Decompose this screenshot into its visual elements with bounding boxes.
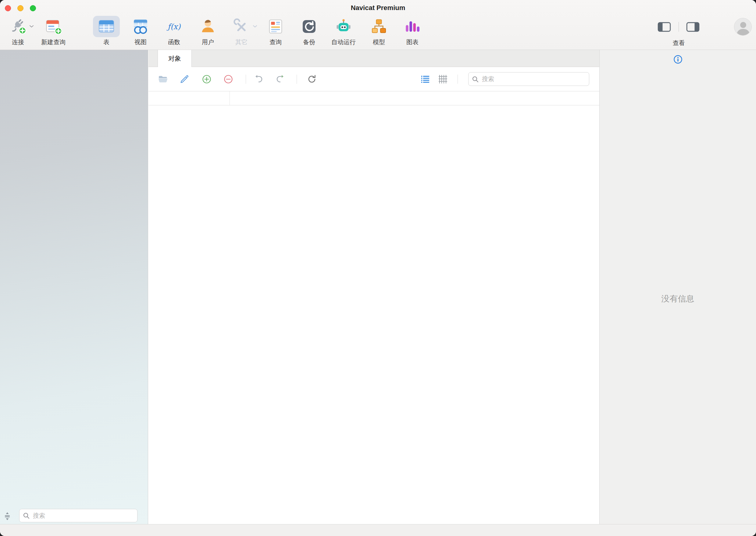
view-group-label: 查看 — [657, 39, 700, 47]
toggle-left-panel-button[interactable] — [656, 20, 673, 34]
chevron-down-icon — [29, 25, 34, 28]
toolbar-item-function[interactable]: ƒ(x) 函数 — [161, 16, 188, 46]
search-icon — [22, 512, 30, 519]
import-wizard-button[interactable] — [252, 73, 266, 86]
list-view-icon — [420, 74, 431, 85]
info-tab-button[interactable] — [671, 53, 684, 66]
toolbar-item-charts[interactable]: 图表 — [399, 16, 426, 46]
toolbar-item-label: 备份 — [296, 38, 323, 46]
open-table-button[interactable] — [156, 73, 170, 86]
svg-text:ƒ(x): ƒ(x) — [166, 22, 181, 31]
export-wizard-button[interactable] — [273, 73, 287, 86]
status-bar — [0, 524, 756, 536]
list-view-button[interactable] — [418, 73, 433, 86]
toolbar-item-connection[interactable]: 连接 — [5, 16, 31, 46]
left-panel-icon — [658, 22, 671, 32]
toolbar-item-label: 函数 — [161, 38, 188, 46]
sidebar-search-input[interactable] — [32, 512, 134, 519]
query-icon — [267, 18, 284, 35]
toolbar-item-user[interactable]: 用户 — [195, 16, 221, 46]
toolbar-item-table[interactable]: 表 — [93, 16, 120, 46]
toolbar-divider — [457, 75, 458, 84]
model-icon — [370, 18, 387, 35]
app-window: Navicat Premium — [0, 0, 756, 536]
titlebar-toolbar: Navicat Premium — [0, 0, 756, 50]
backup-icon — [301, 18, 318, 35]
new-query-icon — [45, 18, 62, 35]
others-icon — [233, 18, 250, 35]
column-divider[interactable] — [230, 91, 230, 105]
toolbar-item-label: 其它 — [228, 38, 255, 46]
remove-icon — [223, 74, 234, 85]
object-list-area — [148, 106, 599, 524]
add-icon — [201, 74, 212, 85]
sidebar-search[interactable] — [19, 509, 137, 522]
view-icon — [132, 18, 149, 35]
right-panel-icon — [686, 22, 700, 32]
toggle-right-panel-button[interactable] — [684, 20, 702, 34]
grid-view-icon — [437, 74, 449, 85]
connection-icon — [10, 18, 26, 35]
detail-view-button[interactable] — [436, 73, 450, 86]
info-panel: 没有信息 — [599, 50, 756, 524]
new-object-button[interactable] — [200, 73, 214, 86]
toolbar-item-label: 表 — [93, 38, 120, 46]
user-icon — [199, 18, 216, 35]
toolbar-item-label: 图表 — [399, 38, 426, 46]
tab-bar: 对象 — [148, 50, 599, 67]
toolbar-item-label: 自动运行 — [330, 38, 357, 46]
function-icon: ƒ(x) — [165, 18, 183, 35]
toolbar-item-new-query[interactable]: 新建查询 — [40, 16, 67, 46]
automation-icon — [335, 18, 352, 35]
toolbar-item-label: 连接 — [5, 38, 31, 46]
avatar[interactable] — [734, 18, 752, 36]
sidebar-options-icon[interactable] — [3, 511, 12, 521]
toolbar-item-label: 查询 — [262, 38, 289, 46]
toolbar-item-label: 模型 — [366, 38, 392, 46]
table-icon — [98, 18, 115, 35]
toolbar-item-label: 新建查询 — [40, 38, 67, 46]
object-toolbar — [148, 67, 599, 91]
connections-sidebar — [0, 50, 148, 524]
refresh-icon — [306, 74, 317, 85]
toolbar-item-label: 用户 — [195, 38, 221, 46]
design-table-button[interactable] — [177, 73, 192, 86]
window-title: Navicat Premium — [0, 4, 756, 12]
toolbar-item-model[interactable]: 模型 — [366, 16, 392, 46]
import-arrow-icon — [253, 74, 264, 85]
toolbar-item-backup[interactable]: 备份 — [296, 16, 323, 46]
refresh-button[interactable] — [305, 73, 319, 86]
chart-icon — [404, 18, 421, 35]
open-folder-icon — [158, 74, 168, 85]
object-search[interactable] — [468, 72, 589, 86]
no-info-text: 没有信息 — [600, 293, 756, 304]
main-content: 对象 — [148, 50, 599, 524]
info-icon — [673, 54, 683, 64]
toolbar-selection-highlight — [93, 16, 120, 37]
pencil-icon — [179, 74, 190, 85]
toolbar-divider — [297, 75, 297, 84]
user-avatar-icon — [734, 18, 752, 36]
search-icon — [472, 76, 479, 83]
toolbar-divider — [246, 75, 246, 84]
toolbar-item-automation[interactable]: 自动运行 — [330, 16, 357, 46]
tab-objects[interactable]: 对象 — [158, 50, 192, 67]
toolbar-item-others[interactable]: 其它 — [228, 16, 255, 46]
toolbar-item-query[interactable]: 查询 — [262, 16, 289, 46]
export-arrow-icon — [275, 74, 286, 85]
object-list-header — [148, 91, 599, 105]
sort-resize-icon — [3, 512, 11, 521]
toolbar-item-view[interactable]: 视图 — [127, 16, 154, 46]
tab-label: 对象 — [168, 54, 181, 63]
delete-object-button[interactable] — [221, 73, 235, 86]
object-search-input[interactable] — [481, 75, 586, 83]
toolbar-item-label: 视图 — [127, 38, 154, 46]
chevron-down-icon — [253, 25, 257, 28]
